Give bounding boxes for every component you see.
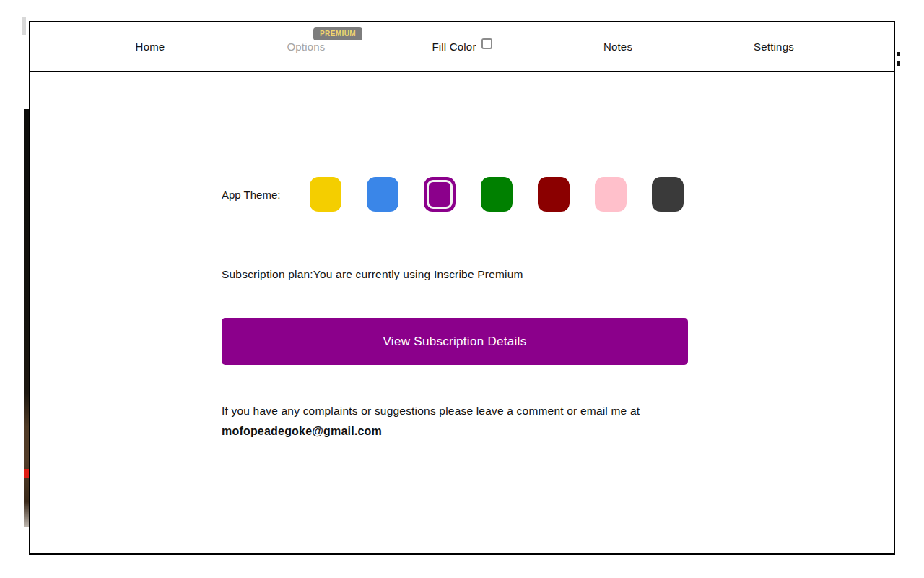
app-window: Home PREMIUM Options Fill Color Notes Se… (29, 21, 895, 555)
app-theme-row: App Theme: (222, 177, 684, 212)
nav-item-options[interactable]: PREMIUM Options (228, 22, 384, 71)
theme-swatch-green[interactable] (481, 177, 513, 212)
nav-item-home[interactable]: Home (72, 22, 228, 71)
subscription-status-text: Subscription plan:You are currently usin… (222, 268, 523, 281)
background-window-sliver (22, 17, 26, 35)
theme-swatch-yellow[interactable] (310, 177, 341, 212)
theme-swatch-pink[interactable] (595, 177, 627, 212)
feedback-email: mofopeadegoke@gmail.com (222, 421, 640, 441)
nav-item-label: Notes (603, 40, 632, 53)
premium-badge: PREMIUM (313, 27, 362, 40)
nav-item-label: Fill Color (432, 40, 476, 53)
fill-color-checkbox[interactable] (481, 38, 492, 49)
feedback-text: If you have any complaints or suggestion… (222, 401, 640, 441)
background-edge-fragment (897, 52, 900, 56)
nav-item-label: Home (136, 40, 165, 53)
navbar: Home PREMIUM Options Fill Color Notes Se… (30, 22, 894, 72)
nav-item-label: Settings (754, 40, 794, 53)
nav-item-notes[interactable]: Notes (540, 22, 696, 71)
feedback-line1: If you have any complaints or suggestion… (222, 401, 640, 421)
theme-swatch-blue[interactable] (367, 177, 398, 212)
nav-item-settings[interactable]: Settings (696, 22, 852, 71)
nav-item-label: Options (287, 40, 325, 53)
theme-swatch-purple[interactable] (424, 177, 456, 212)
app-theme-label: App Theme: (222, 189, 310, 201)
theme-swatches (310, 177, 684, 212)
view-subscription-button[interactable]: View Subscription Details (222, 318, 688, 365)
nav-item-fill-color[interactable]: Fill Color (384, 22, 540, 71)
theme-swatch-dark-red[interactable] (538, 177, 570, 212)
theme-swatch-dark-gray[interactable] (652, 177, 684, 212)
background-edge-fragment (897, 61, 900, 66)
